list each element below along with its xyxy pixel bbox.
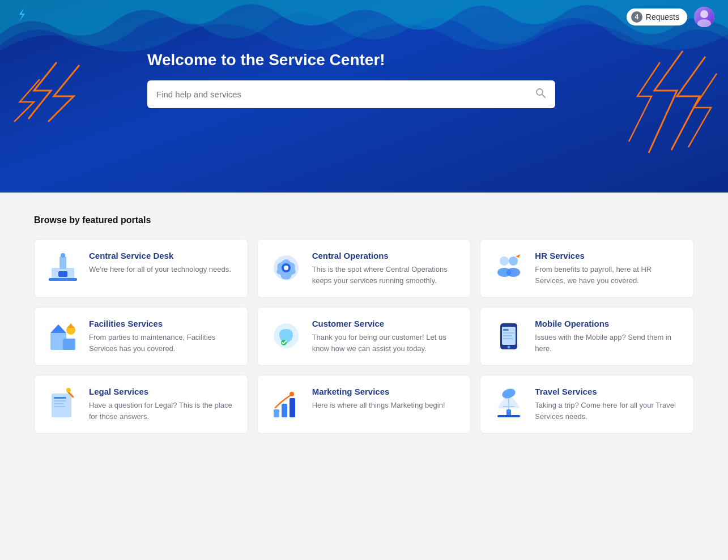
search-input[interactable]: [156, 89, 535, 99]
svg-rect-9: [58, 271, 67, 277]
central-operations-icon: [269, 251, 303, 285]
portal-card-central-service-desk[interactable]: Central Service DeskWe're here for all o…: [34, 239, 248, 298]
portal-name-mobile-operations: Mobile Operations: [535, 319, 682, 328]
app-logo-icon: [14, 7, 29, 23]
hr-services-icon: [492, 251, 526, 285]
facilities-services-icon: [46, 319, 80, 353]
browse-section-title: Browse by featured portals: [34, 215, 694, 225]
svg-point-40: [501, 387, 517, 400]
user-avatar[interactable]: [694, 7, 714, 27]
portal-desc-travel-services: Taking a trip? Come here for all your Tr…: [535, 400, 682, 422]
requests-label: Requests: [646, 12, 679, 22]
svg-rect-32: [54, 400, 66, 401]
svg-rect-27: [503, 332, 514, 334]
svg-rect-37: [282, 404, 287, 417]
svg-point-2: [697, 19, 711, 27]
svg-point-7: [61, 253, 65, 258]
portal-card-legal-services[interactable]: Legal ServicesHave a question for Legal?…: [34, 375, 248, 434]
svg-marker-0: [19, 8, 25, 22]
svg-rect-36: [274, 409, 279, 417]
search-container: [147, 80, 555, 108]
portal-name-facilities-services: Facilities Services: [89, 319, 236, 328]
portal-card-central-operations[interactable]: Central OperationsThis is the spot where…: [257, 239, 471, 298]
avatar-image: [694, 7, 714, 27]
svg-point-3: [537, 89, 543, 95]
svg-rect-8: [49, 278, 77, 281]
hero-content: Welcome to the Service Center!: [0, 34, 728, 114]
requests-count: 4: [631, 11, 642, 23]
svg-rect-6: [59, 257, 66, 269]
portal-desc-central-operations: This is the spot where Central Operation…: [312, 264, 459, 286]
portal-name-central-service-desk: Central Service Desk: [89, 251, 231, 260]
portal-name-travel-services: Travel Services: [535, 387, 682, 396]
legal-services-icon: [46, 387, 80, 421]
logo: [14, 7, 29, 25]
top-bar: 4 Requests: [0, 0, 728, 34]
portal-desc-facilities-services: From parties to maintenance, Facilities …: [89, 332, 236, 354]
mobile-operations-icon: [492, 319, 526, 353]
svg-rect-38: [290, 398, 295, 417]
svg-point-35: [66, 388, 71, 392]
portal-desc-mobile-operations: Issues with the Mobile app? Send them in…: [535, 332, 682, 354]
marketing-services-icon: [269, 387, 303, 421]
portal-desc-hr-services: From benefits to payroll, here at HR Ser…: [535, 264, 682, 286]
svg-point-12: [284, 266, 288, 270]
search-icon: [535, 87, 546, 101]
svg-rect-18: [63, 339, 75, 350]
svg-marker-19: [50, 324, 66, 333]
svg-point-1: [700, 10, 708, 18]
svg-rect-28: [503, 335, 512, 336]
portal-desc-central-service-desk: We're here for all of your technology ne…: [89, 264, 231, 275]
svg-point-25: [508, 346, 510, 349]
svg-point-16: [506, 268, 520, 277]
travel-services-icon: [492, 387, 526, 421]
svg-rect-31: [54, 397, 66, 399]
svg-point-39: [290, 392, 294, 396]
hero-section: 4 Requests Welcome to the Service Center…: [0, 0, 728, 193]
main-content: Browse by featured portals Central Servi…: [0, 193, 728, 456]
portal-desc-marketing-services: Here is where all things Marketing begin…: [312, 400, 445, 411]
portal-name-central-operations: Central Operations: [312, 251, 459, 260]
hero-title: Welcome to the Service Center!: [147, 51, 728, 69]
portal-card-travel-services[interactable]: Travel ServicesTaking a trip? Come here …: [480, 375, 694, 434]
requests-button[interactable]: 4 Requests: [627, 8, 687, 25]
portal-card-marketing-services[interactable]: Marketing ServicesHere is where all thin…: [257, 375, 471, 434]
portal-desc-customer-service: Thank you for being our customer! Let us…: [312, 332, 459, 354]
portal-name-marketing-services: Marketing Services: [312, 387, 445, 396]
portal-card-hr-services[interactable]: HR ServicesFrom benefits to payroll, her…: [480, 239, 694, 298]
portal-grid: Central Service DeskWe're here for all o…: [34, 239, 694, 434]
portal-name-hr-services: HR Services: [535, 251, 682, 260]
svg-point-14: [509, 257, 518, 266]
portal-card-customer-service[interactable]: Customer ServiceThank you for being our …: [257, 307, 471, 366]
svg-rect-33: [54, 403, 64, 404]
svg-point-13: [500, 257, 509, 266]
central-service-desk-icon: [46, 251, 80, 285]
portal-name-legal-services: Legal Services: [89, 387, 236, 396]
svg-line-4: [542, 95, 545, 97]
svg-rect-34: [54, 406, 65, 407]
svg-rect-29: [503, 338, 513, 339]
portal-card-mobile-operations[interactable]: Mobile OperationsIssues with the Mobile …: [480, 307, 694, 366]
portal-name-customer-service: Customer Service: [312, 319, 459, 328]
portal-desc-legal-services: Have a question for Legal? This is the p…: [89, 400, 236, 422]
portal-card-facilities-services[interactable]: Facilities ServicesFrom parties to maint…: [34, 307, 248, 366]
svg-rect-42: [497, 415, 520, 417]
svg-rect-26: [503, 329, 509, 331]
customer-service-icon: [269, 319, 303, 353]
